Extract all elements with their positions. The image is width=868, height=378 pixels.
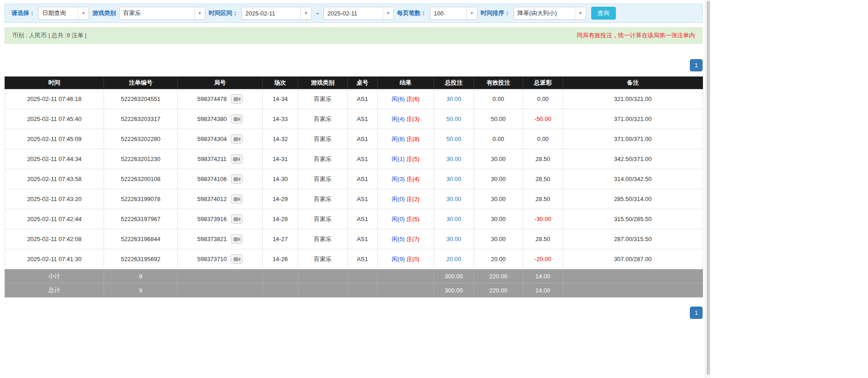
video-camera-icon [234,176,240,182]
total-bet-link[interactable]: 30.00 [446,196,461,202]
round-number-text: 598374012 [197,196,227,202]
per-page-dropdown[interactable]: 100 ▼ [430,7,478,20]
column-header: 场次 [263,77,298,89]
video-replay-button[interactable] [231,254,243,264]
chevron-down-icon: ▼ [466,7,477,19]
subtotal-total-bet: 300.00 [434,269,474,283]
table-row: 2025-02-11 07:43:58522263200108598374106… [5,169,703,189]
query-type-value: 日期查询 [39,9,70,17]
table-row: 2025-02-11 07:41:30522263195692598373710… [5,249,703,269]
cell-payout: -20.00 [523,249,563,269]
video-camera-icon [233,156,240,162]
player-result: 闲(9) [392,256,405,262]
round-number-text: 598373710 [197,256,227,262]
video-replay-button[interactable] [231,94,243,104]
total-bet-link[interactable]: 50.00 [446,136,461,142]
query-type-label: 请选择： [11,9,35,17]
subtotal-label: 小计 [5,269,104,283]
cell-round-number: 598374211 [178,149,263,169]
cell-time: 2025-02-11 07:42:08 [5,229,104,249]
cell-round-number: 598373710 [178,249,263,269]
sort-value: 降幂(由大到小) [514,9,561,17]
cell-total-bet: 50.00 [434,129,474,149]
total-bet-link[interactable]: 30.00 [446,156,461,162]
player-result: 闲(1) [392,156,405,162]
video-camera-icon [234,257,240,262]
total-bet-link[interactable]: 30.00 [446,236,461,242]
column-header: 游戏类别 [298,77,348,89]
video-replay-button[interactable] [231,214,243,224]
video-replay-button[interactable] [231,174,243,184]
cell-time: 2025-02-11 07:43:58 [5,169,104,189]
cell-table-number: AS1 [348,149,378,169]
cell-session: 14-26 [263,249,298,269]
vertical-scrollbar[interactable] [705,0,711,378]
cell-result: 闲(8) 庄(8) [378,129,434,149]
page-content: 请选择： 日期查询 ▼ 游戏类别 百家乐 ▼ 时间区间： 2025-02-11 … [5,4,703,319]
cell-round-number: 598373821 [178,229,263,249]
cell-valid-bet: 0.00 [474,129,523,149]
cell-bet-number: 522263203317 [104,109,178,129]
banker-result: 庄(3) [406,116,419,122]
player-result: 闲(8) [392,136,405,142]
video-camera-icon [234,136,240,142]
video-replay-button[interactable] [231,154,243,164]
total-bet-link[interactable]: 30.00 [446,96,461,102]
cell-time: 2025-02-11 07:44:34 [5,149,104,169]
banker-result: 庄(5) [406,216,419,222]
cell-result: 闲(1) 庄(5) [378,149,434,169]
banker-result: 庄(0) [406,256,419,262]
banker-result: 庄(2) [406,196,419,202]
video-replay-button[interactable] [231,134,243,144]
cell-total-bet: 30.00 [434,189,474,209]
page-button[interactable]: 1 [690,59,703,71]
date-from-picker[interactable]: 2025-02-11 ▼ [241,7,312,20]
column-header: 备注 [563,77,703,89]
table-row: 2025-02-11 07:44:34522263201230598374211… [5,149,703,169]
player-result: 闲(6) [392,96,405,102]
search-button[interactable]: 查询 [591,7,616,20]
total-label: 总计 [5,283,104,297]
per-page-label: 每页笔数： [397,9,427,17]
game-type-dropdown[interactable]: 百家乐 ▼ [119,7,205,20]
cell-payout: 28.50 [523,229,563,249]
cell-valid-bet: 30.00 [474,229,523,249]
cell-remark: 285.50/314.00 [563,189,703,209]
cell-time: 2025-02-11 07:43:20 [5,189,104,209]
cell-session: 14-33 [263,109,298,129]
total-bet-link[interactable]: 20.00 [446,256,461,262]
total-bet-link[interactable]: 50.00 [446,116,461,122]
column-header: 注单编号 [104,77,178,89]
cell-valid-bet: 0.00 [474,89,523,109]
cell-round-number: 598374012 [178,189,263,209]
cell-table-number: AS1 [348,89,378,109]
video-replay-button[interactable] [231,234,243,244]
date-to-value: 2025-02-11 [324,10,361,17]
round-number-text: 598374211 [197,156,226,162]
table-body: 2025-02-11 07:46:18522263204551598374478… [5,89,703,297]
scrollbar-thumb[interactable] [707,1,710,375]
total-bet-link[interactable]: 30.00 [446,176,461,182]
cell-payout: 28.50 [523,149,563,169]
subtotal-payout: 14.00 [523,269,563,283]
cell-valid-bet: 30.00 [474,169,523,189]
round-number-text: 598374304 [197,136,227,142]
column-header: 有效投注 [474,77,523,89]
video-replay-button[interactable] [231,114,243,124]
cell-bet-number: 522263197967 [104,209,178,229]
video-replay-button[interactable] [231,194,243,204]
page-button[interactable]: 1 [690,307,703,319]
cell-table-number: AS1 [348,229,378,249]
cell-game-type: 百家乐 [298,249,348,269]
cell-remark: 371.00/321.00 [563,109,703,129]
date-to-picker[interactable]: 2025-02-11 ▼ [324,7,394,20]
cell-total-bet: 30.00 [434,149,474,169]
cell-payout: -30.00 [523,209,563,229]
total-bet-link[interactable]: 30.00 [446,216,461,222]
sort-dropdown[interactable]: 降幂(由大到小) ▼ [514,7,586,20]
total-valid-bet: 220.00 [474,283,523,297]
cell-bet-number: 522263195692 [104,249,178,269]
cell-round-number: 598374380 [178,109,263,129]
subtotal-valid-bet: 220.00 [474,269,523,283]
query-type-dropdown[interactable]: 日期查询 ▼ [38,7,89,20]
